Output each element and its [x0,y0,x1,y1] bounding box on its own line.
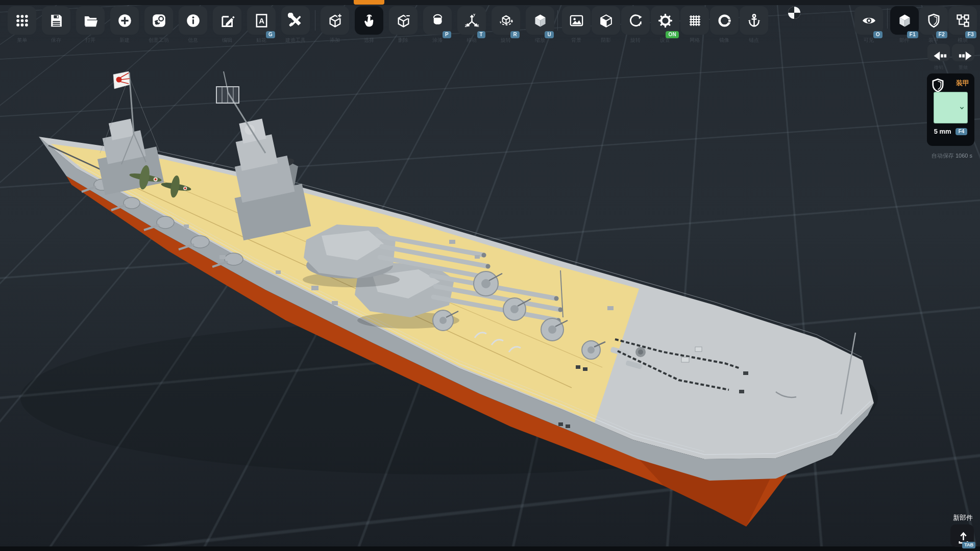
workshop-icon [151,13,167,29]
undo-button[interactable] [927,44,950,61]
modules-label: 模块 [958,37,968,44]
tools-button[interactable]: 建造工具 [281,6,310,35]
save-button[interactable]: 保存 [42,6,70,35]
battleship-model[interactable] [0,0,980,551]
edit-icon [219,13,235,29]
naval-ensign-flag [113,71,130,89]
toolbar-divider [557,10,558,31]
grid-button[interactable]: 网格 [680,6,709,35]
new-label: 新建 [119,37,130,44]
svg-text:X: X [477,24,479,28]
armor-button[interactable]: F2装甲 [919,6,948,35]
parts-icon [897,13,913,29]
turntable-label: 旋转 [630,37,641,44]
scale-button[interactable]: U缩放 [526,6,554,35]
capstan [635,347,646,357]
info-label: 信息 [188,37,198,44]
edit-label: 编辑 [222,37,232,44]
visibility-key-badge: O [873,31,883,38]
pivot-marker-icon [787,5,802,20]
new-part-label: 新部件 [953,513,973,522]
new-button[interactable]: 新建 [110,6,139,35]
scale-icon [532,13,548,29]
armor-label: 装甲 [928,37,939,44]
remove-block-icon [396,13,411,29]
modules-icon [955,13,971,29]
redo-button[interactable] [952,44,974,61]
new-part-key-badge: TAB [962,542,975,548]
armor-panel: 装甲 5 mm F4 [927,73,974,146]
select-icon [361,13,377,29]
undo-label: 撤销 [927,64,950,71]
armor-thickness-value: 5 mm [934,128,951,135]
top-edge-bar [0,0,980,5]
background-label: 背景 [571,37,581,44]
remove-block-button[interactable]: 删除 [389,6,418,35]
chevron-down-icon [958,104,966,112]
anchor-button[interactable]: 锚点 [740,6,768,35]
tools-icon [288,13,304,29]
visibility-button[interactable]: O可见 [854,6,883,35]
svg-text:Y: Y [473,13,476,17]
visibility-icon [861,13,877,29]
open-button[interactable]: 打开 [76,6,105,35]
tools-label: 建造工具 [285,37,306,44]
viewport-3d[interactable] [0,0,980,551]
info-icon [185,13,201,29]
workshop-button[interactable]: 创意工坊 [144,6,173,35]
open-icon [83,13,99,29]
new-icon [117,13,133,29]
scale-label: 缩放 [535,37,545,44]
armor-icon [926,13,942,29]
save-label: 保存 [51,37,61,44]
decal-key-badge: G [266,31,275,38]
edit-button[interactable]: 编辑 [213,6,241,35]
move-key-badge: T [477,31,485,38]
main-mast [216,71,265,153]
paint-label: 涂漆 [432,37,443,44]
rotate-icon [498,13,514,29]
scale-key-badge: U [545,31,554,38]
add-block-label: 添加 [330,37,340,44]
armor-panel-title: 装甲 [956,79,971,88]
add-block-button[interactable]: 添加 [321,6,349,35]
decal-button[interactable]: AG贴花 [247,6,276,35]
modules-button[interactable]: F3模块 [948,6,977,35]
redo-label: 重做 [952,64,974,71]
shadow-button[interactable]: 阴影 [592,6,620,35]
info-button[interactable]: 信息 [179,6,207,35]
menu-button[interactable]: 菜单 [8,6,36,35]
add-block-icon [327,13,343,29]
mirror-button[interactable]: 镜像 [710,6,739,35]
rotate-key-badge: R [510,31,520,38]
move-button[interactable]: YZXT移动 [457,6,486,35]
select-label: 选择 [364,37,374,44]
armor-color-swatch[interactable] [934,92,968,123]
menu-label: 菜单 [17,37,27,44]
svg-text:Z: Z [464,24,467,28]
shadow-icon [598,13,614,29]
toolbar-file-group: 菜单保存打开新建创意工坊信息编辑AG贴花建造工具 [8,6,310,35]
autosave-value: 1060 s [955,153,972,159]
parts-button[interactable]: F1部件 [890,6,919,35]
anchor-icon [746,13,762,29]
paint-button[interactable]: P涂漆 [423,6,452,35]
paint-icon [430,13,446,29]
toolbar-divider [887,8,888,29]
background-button[interactable]: 背景 [562,6,591,35]
app-window: 菜单保存打开新建创意工坊信息编辑AG贴花建造工具 添加选择删除P涂漆YZXT移动… [0,0,980,551]
mirror-icon [717,13,732,29]
visibility-label: 可见 [864,37,874,44]
toolbar-visibility-group: O可见 [854,6,883,35]
remove-block-label: 删除 [398,37,408,44]
autosave-label: 自动保存 [932,153,954,159]
paint-key-badge: P [443,31,451,38]
settings-button[interactable]: ON设置 [651,6,679,35]
shield-icon [930,78,940,88]
settings-icon [657,13,673,29]
turntable-button[interactable]: 旋转 [621,6,650,35]
rotate-button[interactable]: R旋转 [492,6,520,35]
select-button[interactable]: 选择 [355,6,383,35]
move-label: 移动 [467,37,477,44]
turntable-icon [628,13,644,29]
